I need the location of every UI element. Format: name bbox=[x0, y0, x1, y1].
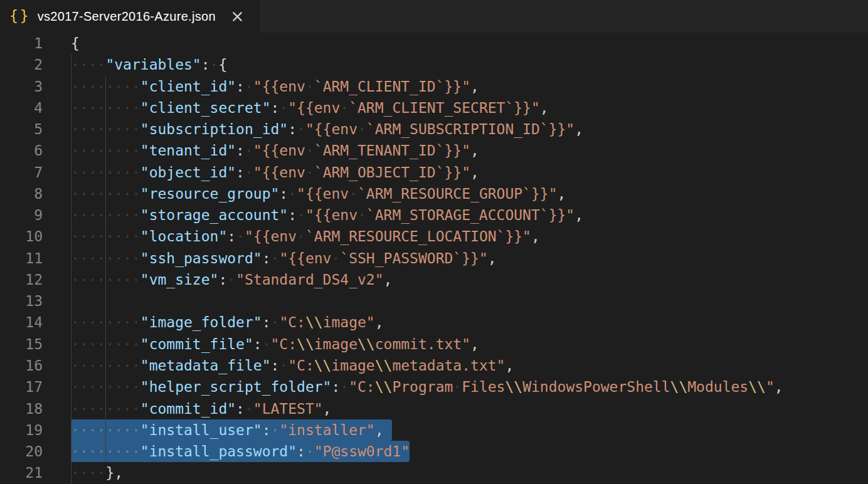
code-line-10[interactable]: 10········"location":·"{{env·`ARM_RESOUR… bbox=[0, 226, 868, 247]
code-token: "{{env bbox=[297, 186, 349, 202]
code-line-9[interactable]: 9········"storage_account":·"{{env·`ARM_… bbox=[0, 204, 868, 226]
code-token: "ssh_password" bbox=[140, 250, 262, 266]
code-token: "{{env bbox=[253, 142, 305, 159]
whitespace-dots: · bbox=[331, 250, 340, 266]
whitespace-dots: · bbox=[453, 379, 462, 395]
code-text[interactable]: ········"resource_group":·"{{env·`ARM_RE… bbox=[71, 183, 566, 204]
code-line-18[interactable]: 18········"commit_id":·"LATEST", bbox=[0, 398, 868, 419]
code-line-1[interactable]: 1{ bbox=[0, 33, 868, 54]
code-line-20[interactable]: 20········"install_password":·"P@ssw0rd1… bbox=[0, 441, 868, 462]
code-token: "Standard_DS4_v2" bbox=[236, 271, 383, 288]
whitespace-dots: ········ bbox=[71, 78, 140, 95]
code-text[interactable]: ····"variables":·{ bbox=[71, 54, 227, 75]
whitespace-dots: · bbox=[279, 357, 288, 374]
code-text[interactable]: ····}, bbox=[71, 462, 123, 483]
code-token: \\ bbox=[375, 379, 393, 395]
tab-close-button[interactable] bbox=[231, 9, 245, 23]
indent-guide bbox=[71, 290, 71, 312]
code-line-16[interactable]: 16········"metadata_file":·"C:\\image\\m… bbox=[0, 355, 868, 376]
code-line-8[interactable]: 8········"resource_group":·"{{env·`ARM_R… bbox=[0, 183, 868, 204]
line-number: 6 bbox=[0, 140, 43, 161]
whitespace-dots: · bbox=[271, 250, 280, 266]
whitespace-dots: · bbox=[210, 56, 219, 73]
code-token: : bbox=[262, 314, 271, 330]
code-text[interactable]: ········"vm_size":·"Standard_DS4_v2", bbox=[71, 269, 392, 290]
code-line-12[interactable]: 12········"vm_size":·"Standard_DS4_v2", bbox=[0, 269, 868, 290]
code-line-6[interactable]: 6········"tenant_id":·"{{env·`ARM_TENANT… bbox=[0, 140, 868, 161]
code-token: , bbox=[470, 78, 479, 95]
code-editor[interactable]: 1{2····"variables":·{3········"client_id… bbox=[0, 33, 868, 484]
whitespace-dots: ········ bbox=[71, 401, 140, 417]
code-token: "C: bbox=[288, 357, 314, 374]
code-token: `ARM_RESOURCE_GROUP`}}" bbox=[357, 186, 558, 202]
code-text[interactable]: ········"ssh_password":·"{{env·`SSH_PASS… bbox=[71, 248, 497, 269]
code-token: , bbox=[574, 121, 583, 137]
line-number: 1 bbox=[0, 33, 43, 54]
code-text[interactable]: ········"install_password":·"P@ssw0rd1" bbox=[71, 441, 410, 462]
code-token: : bbox=[262, 250, 271, 266]
code-token: `ARM_SUBSCRIPTION_ID`}}" bbox=[366, 121, 574, 137]
code-text[interactable]: ········"metadata_file":·"C:\\image\\met… bbox=[71, 355, 514, 376]
code-line-2[interactable]: 2····"variables":·{ bbox=[0, 54, 868, 75]
code-line-7[interactable]: 7········"object_id":·"{{env·`ARM_OBJECT… bbox=[0, 162, 868, 183]
code-token: }, bbox=[105, 465, 123, 481]
code-token: : bbox=[297, 443, 305, 460]
code-text[interactable]: ········"location":·"{{env·`ARM_RESOURCE… bbox=[71, 226, 540, 247]
tab-vs2017-server2016-azure-json[interactable]: {} vs2017-Server2016-Azure.json bbox=[0, 0, 260, 33]
code-text[interactable]: ········"image_folder":·"C:\\image", bbox=[71, 312, 384, 333]
whitespace-dots: · bbox=[305, 443, 314, 460]
code-token: "install_user" bbox=[140, 422, 262, 438]
code-line-21[interactable]: 21····}, bbox=[0, 462, 868, 483]
code-token: , bbox=[470, 336, 479, 352]
line-number: 3 bbox=[0, 76, 43, 97]
code-text[interactable]: ········"storage_account":·"{{env·`ARM_S… bbox=[71, 204, 583, 226]
code-line-4[interactable]: 4········"client_secret":·"{{env·`ARM_CL… bbox=[0, 97, 868, 118]
code-token: { bbox=[71, 35, 80, 51]
code-line-15[interactable]: 15········"commit_file":·"C:\\image\\com… bbox=[0, 334, 868, 355]
tab-title: vs2017-Server2016-Azure.json bbox=[38, 9, 216, 24]
whitespace-dots: · bbox=[245, 401, 253, 417]
whitespace-dots: ········ bbox=[71, 186, 140, 202]
whitespace-dots: · bbox=[340, 100, 349, 116]
code-text[interactable]: { bbox=[71, 33, 80, 54]
code-line-13[interactable]: 13 bbox=[0, 290, 868, 312]
close-icon bbox=[232, 11, 243, 22]
code-line-5[interactable]: 5········"subscription_id":·"{{env·`ARM_… bbox=[0, 118, 868, 140]
code-token: , bbox=[488, 250, 497, 266]
code-token: : bbox=[227, 228, 236, 245]
code-token: Program bbox=[392, 379, 453, 395]
code-token: , bbox=[505, 357, 514, 374]
code-token: : bbox=[331, 379, 340, 395]
code-token: : bbox=[218, 271, 227, 288]
code-token: : bbox=[236, 142, 245, 159]
code-text[interactable]: ········"install_user":·"installer", bbox=[71, 419, 384, 441]
code-text[interactable]: ········"object_id":·"{{env·`ARM_OBJECT_… bbox=[71, 162, 479, 183]
whitespace-dots: · bbox=[236, 228, 245, 245]
line-number: 11 bbox=[0, 248, 43, 269]
code-text[interactable]: ········"helper_script_folder":·"C:\\Pro… bbox=[71, 376, 783, 397]
whitespace-dots: ···· bbox=[71, 56, 105, 73]
whitespace-dots: · bbox=[357, 121, 366, 137]
code-line-19[interactable]: 19········"install_user":·"installer", bbox=[0, 419, 868, 441]
code-token: "resource_group" bbox=[140, 186, 280, 202]
code-token: "image_folder" bbox=[140, 314, 262, 330]
code-text[interactable]: ········"client_secret":·"{{env·`ARM_CLI… bbox=[71, 97, 549, 118]
whitespace-dots: ········ bbox=[71, 142, 140, 159]
code-text[interactable]: ········"commit_file":·"C:\\image\\commi… bbox=[71, 334, 479, 355]
code-text[interactable]: ········"client_id":·"{{env·`ARM_CLIENT_… bbox=[71, 76, 479, 97]
code-token: : bbox=[271, 100, 280, 116]
code-token: "C: bbox=[279, 314, 305, 330]
code-line-17[interactable]: 17········"helper_script_folder":·"C:\\P… bbox=[0, 376, 868, 397]
code-line-14[interactable]: 14········"image_folder":·"C:\\image", bbox=[0, 312, 868, 333]
code-text[interactable]: ········"subscription_id":·"{{env·`ARM_S… bbox=[71, 118, 583, 140]
code-token: , bbox=[531, 228, 540, 245]
code-token: : bbox=[253, 336, 262, 352]
code-token: "storage_account" bbox=[140, 207, 288, 223]
code-text[interactable]: ········"commit_id":·"LATEST", bbox=[71, 398, 331, 419]
code-line-3[interactable]: 3········"client_id":·"{{env·`ARM_CLIENT… bbox=[0, 76, 868, 97]
whitespace-dots: · bbox=[262, 336, 271, 352]
code-token: `ARM_CLIENT_SECRET`}}" bbox=[349, 100, 540, 116]
code-line-11[interactable]: 11········"ssh_password":·"{{env·`SSH_PA… bbox=[0, 248, 868, 269]
code-token: : bbox=[279, 186, 288, 202]
code-text[interactable]: ········"tenant_id":·"{{env·`ARM_TENANT_… bbox=[71, 140, 479, 161]
